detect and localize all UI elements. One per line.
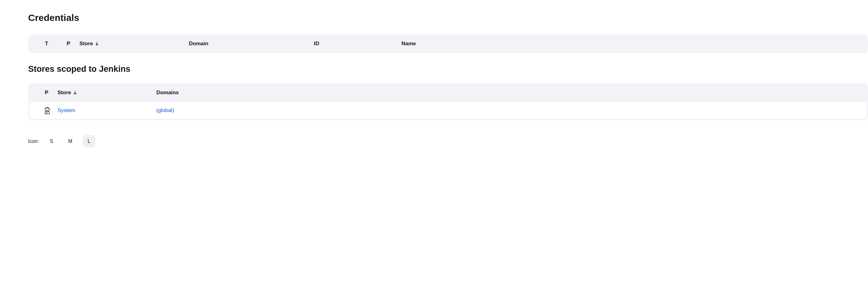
svg-point-2	[48, 109, 49, 110]
icon-size-m-button[interactable]: M	[64, 135, 76, 148]
stores-table: P Store Domains	[28, 83, 868, 120]
global-domain-link[interactable]: (global)	[156, 107, 174, 113]
stores-table-header: P Store Domains	[28, 83, 868, 102]
row-domains-cell: (global)	[156, 107, 859, 114]
page-title: Credentials	[28, 12, 868, 23]
jenkins-icon	[43, 106, 51, 114]
credentials-table-header: T P Store Domain ID Name	[28, 34, 868, 53]
icon-size-s-button[interactable]: S	[45, 135, 58, 148]
arrow-down-icon	[73, 91, 77, 95]
icon-size-label: Icon:	[28, 139, 39, 144]
column-header-store-label: Store	[80, 41, 93, 47]
icon-size-selector: Icon: S M L	[28, 135, 868, 148]
row-icon-cell	[37, 106, 58, 114]
svg-point-1	[46, 109, 47, 110]
system-link[interactable]: System	[58, 107, 75, 113]
column-header-domain[interactable]: Domain	[189, 41, 314, 47]
icon-size-l-button[interactable]: L	[83, 135, 95, 148]
stores-section-title: Stores scoped to Jenkins	[28, 64, 868, 74]
stores-column-header-store[interactable]: Store	[58, 90, 156, 96]
column-header-p[interactable]: P	[58, 41, 80, 47]
stores-column-header-p[interactable]: P	[36, 90, 58, 96]
table-row: System (global)	[29, 102, 867, 119]
column-header-id[interactable]: ID	[314, 41, 401, 47]
column-header-t[interactable]: T	[36, 41, 58, 47]
stores-column-header-store-label: Store	[58, 90, 71, 96]
column-header-store[interactable]: Store	[80, 41, 189, 47]
arrow-down-icon	[95, 41, 99, 46]
row-store-cell: System	[58, 107, 156, 114]
stores-column-header-domains[interactable]: Domains	[156, 90, 861, 96]
column-header-name[interactable]: Name	[401, 41, 861, 47]
